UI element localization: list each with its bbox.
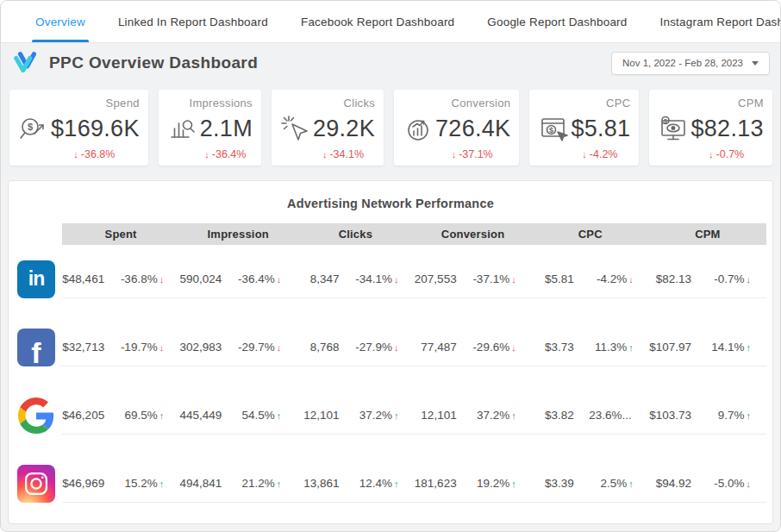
kpi-label: CPM — [738, 97, 764, 110]
trend-arrow — [159, 477, 165, 490]
kpi-value: $169.6K — [51, 116, 140, 142]
cell-cpc: $5.81-4.2% — [532, 272, 649, 285]
trend-arrow — [628, 341, 634, 354]
kpi-value: $5.81 — [571, 116, 630, 142]
cell-impression: 494,84121.2% — [179, 477, 297, 490]
tab-label: Facebook Report Dashboard — [301, 16, 454, 28]
trend-arrow — [277, 341, 282, 354]
kpi-change: -37.1% — [434, 148, 510, 160]
google-icon — [17, 397, 55, 435]
cell-clicks: 12,10137.2% — [297, 409, 414, 422]
facebook-icon: f — [17, 329, 55, 366]
kpi-label: Conversion — [452, 97, 511, 110]
trend-arrow — [511, 341, 516, 354]
date-range-selector[interactable]: Nov 1, 2022 - Feb 28, 2023 — [611, 52, 770, 75]
tab-instagram-report[interactable]: Instagram Report Dashboard — [660, 1, 781, 42]
cell-conversion: 77,487-29.6% — [415, 341, 532, 354]
header-band: PPC Overview Dashboard Nov 1, 2022 - Feb… — [1, 43, 780, 83]
trend-arrow — [159, 341, 165, 354]
trend-down-icon — [322, 148, 328, 160]
trend-arrow — [628, 477, 634, 490]
kpi-change: -34.1% — [311, 148, 375, 160]
cell-spent: $46,20569.5% — [62, 409, 179, 422]
kpi-value: $82.13 — [690, 116, 763, 142]
trend-arrow — [628, 272, 634, 285]
col-header-impression: Impression — [179, 228, 297, 241]
kpi-label: Impressions — [190, 97, 253, 110]
tab-label: Overview — [35, 16, 85, 28]
header-spacer — [17, 223, 62, 245]
table-title: Advertising Network Performance — [9, 197, 772, 210]
tab-overview[interactable]: Overview — [35, 1, 85, 42]
instagram-icon — [17, 465, 55, 503]
date-range-label: Nov 1, 2022 - Feb 28, 2023 — [622, 58, 743, 68]
spend-icon: $ — [16, 112, 51, 147]
kpi-label: Clicks — [344, 97, 375, 110]
kpi-change: -4.2% — [569, 148, 630, 160]
kpi-label: Spend — [106, 97, 140, 110]
trend-arrow — [394, 477, 399, 490]
tab-label: Google Report Dashboard — [487, 16, 627, 28]
cell-clicks: 13,86112.4% — [297, 477, 414, 490]
table-row-linkedin: in $48,461-36.8% 590,024-36.4% 8,347-34.… — [9, 245, 772, 313]
tab-label: Instagram Report Dashboard — [660, 16, 781, 28]
kpi-strip: Spend $ $169.6K -36.8% Impressions 2.1M … — [1, 83, 780, 178]
v-logo-icon — [13, 51, 41, 75]
trend-arrow — [277, 477, 282, 490]
table-row-facebook: f $32,713-19.7% 302,983-29.7% 8,768-27.9… — [9, 313, 772, 381]
svg-text:$: $ — [28, 122, 33, 132]
table-row-google: $46,20569.5% 445,44954.5% 12,10137.2% 12… — [9, 381, 772, 449]
cell-cpm: $94.92-5.0% — [649, 477, 766, 490]
page-title: PPC Overview Dashboard — [49, 53, 611, 72]
cpm-icon: $ — [656, 112, 690, 147]
trend-down-icon — [582, 148, 587, 160]
chevron-down-icon — [752, 61, 759, 66]
kpi-card-impressions: Impressions 2.1M -36.4% — [159, 90, 261, 166]
cell-conversion: 12,10137.2% — [415, 409, 532, 422]
cell-conversion: 181,62319.2% — [415, 477, 532, 490]
trend-down-icon — [452, 148, 457, 160]
cell-spent: $46,96915.2% — [62, 477, 179, 490]
trend-arrow — [394, 272, 399, 285]
trend-down-icon — [709, 148, 714, 160]
dashboard-frame: Overview Linked In Report Dashboard Face… — [0, 0, 781, 532]
trend-arrow — [747, 409, 752, 422]
kpi-change: -0.7% — [689, 148, 763, 160]
col-header-clicks: Clicks — [297, 228, 414, 241]
cell-cpm: $82.13-0.7% — [649, 272, 766, 285]
network-performance-table: Advertising Network Performance Spent Im… — [8, 180, 773, 524]
kpi-change: -36.4% — [198, 148, 253, 160]
impressions-icon — [166, 112, 200, 147]
tab-bar: Overview Linked In Report Dashboard Face… — [1, 1, 780, 43]
trend-down-icon — [73, 148, 78, 160]
trend-down-icon — [204, 148, 209, 160]
cell-cpc: $3.392.5% — [532, 477, 649, 490]
clicks-icon — [278, 112, 313, 147]
kpi-card-clicks: Clicks 29.2K -34.1% — [272, 90, 384, 166]
tab-google-report[interactable]: Google Report Dashboard — [487, 1, 627, 42]
kpi-change: -36.8% — [49, 148, 140, 160]
trend-arrow — [159, 272, 165, 285]
trend-arrow — [277, 272, 282, 285]
col-header-spent: Spent — [62, 228, 179, 241]
cell-clicks: 8,768-27.9% — [297, 341, 414, 354]
trend-arrow — [277, 409, 282, 422]
cell-clicks: 8,347-34.1% — [297, 272, 414, 285]
kpi-card-cpc: CPC $ $5.81 -4.2% — [529, 90, 639, 166]
trend-arrow — [747, 272, 752, 285]
cell-impression: 445,44954.5% — [179, 409, 297, 422]
trend-arrow — [159, 409, 165, 422]
cell-impression: 302,983-29.7% — [179, 341, 297, 354]
kpi-value: 29.2K — [313, 116, 375, 142]
cell-impression: 590,024-36.4% — [179, 272, 297, 285]
trend-arrow — [394, 409, 399, 422]
cell-cpm: $103.739.7% — [649, 409, 766, 422]
table-header-row: Spent Impression Clicks Conversion CPC C… — [9, 223, 772, 245]
conversion-icon — [401, 112, 435, 147]
tab-facebook-report[interactable]: Facebook Report Dashboard — [301, 1, 454, 42]
kpi-card-conversion: Conversion 726.4K -37.1% — [394, 90, 519, 166]
tab-linkedin-report[interactable]: Linked In Report Dashboard — [118, 1, 268, 42]
table-row-instagram: $46,96915.2% 494,84121.2% 13,86112.4% 18… — [9, 449, 772, 517]
svg-text:$: $ — [549, 125, 553, 134]
cell-cpc: $3.8223.6%... — [532, 409, 649, 422]
